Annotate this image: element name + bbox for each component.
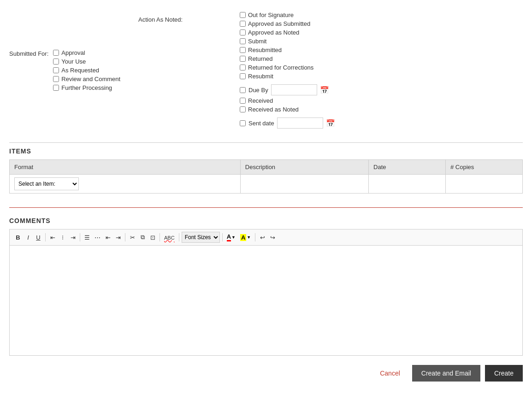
checkbox-approval-input[interactable] xyxy=(53,50,59,56)
checkbox-your-use-label: Your Use xyxy=(61,58,86,65)
due-by-label: Due By xyxy=(248,87,268,94)
format-select[interactable]: Select an Item: xyxy=(14,177,79,190)
rcb-received-label: Received xyxy=(248,97,273,104)
rcb-approved-submitted: Approved as Submitted xyxy=(240,20,523,27)
paste-icon: ⊡ xyxy=(150,234,155,241)
col-header-format: Format xyxy=(10,160,241,175)
checkbox-your-use: Your Use xyxy=(53,58,120,65)
cut-button[interactable]: ✂ xyxy=(128,233,137,242)
font-sizes-select[interactable]: Font Sizes xyxy=(182,232,220,243)
rcb-approved-submitted-input[interactable] xyxy=(240,21,246,27)
separator-1 xyxy=(45,233,46,241)
due-by-checkbox[interactable] xyxy=(240,87,246,93)
create-email-button[interactable]: Create and Email xyxy=(412,365,480,382)
numbered-list-button[interactable]: ⋯ xyxy=(93,233,102,242)
cut-icon: ✂ xyxy=(130,234,135,241)
create-button[interactable]: Create xyxy=(485,365,523,382)
sent-date-calendar-icon[interactable]: 📅 xyxy=(326,119,335,128)
separator-3 xyxy=(125,233,125,241)
rcb-received-input[interactable] xyxy=(240,98,246,104)
highlight-color-button[interactable]: A ▼ xyxy=(238,233,253,242)
font-color-arrow-icon: ▼ xyxy=(231,235,236,240)
rcb-received-noted: Received as Noted xyxy=(240,106,523,113)
checkbox-your-use-input[interactable] xyxy=(53,59,59,65)
copy-icon: ⧉ xyxy=(141,234,145,241)
rcb-returned-corrections-label: Returned for Corrections xyxy=(248,64,313,71)
spellcheck-button[interactable]: ABC xyxy=(162,233,177,242)
undo-button[interactable]: ↩ xyxy=(258,233,267,242)
separator-2 xyxy=(80,233,80,241)
separator-5 xyxy=(179,233,179,241)
comments-title: COMMENTS xyxy=(9,217,523,224)
align-left-button[interactable]: ⇤ xyxy=(48,233,57,242)
underline-icon: U xyxy=(36,234,40,241)
align-center-button[interactable]: ⁝ xyxy=(58,233,67,242)
rcb-returned-corrections-input[interactable] xyxy=(240,65,246,70)
checkbox-review-comment-input[interactable] xyxy=(53,76,59,82)
footer-row: Cancel Create and Email Create xyxy=(9,356,523,386)
date-cell xyxy=(369,175,446,194)
checkbox-review-comment: Review and Comment xyxy=(53,76,120,82)
rcb-returned-input[interactable] xyxy=(240,56,246,62)
description-cell xyxy=(240,175,368,194)
font-color-icon: A xyxy=(227,233,231,241)
checkbox-approval: Approval xyxy=(53,49,120,56)
format-cell: Select an Item: xyxy=(10,175,241,194)
checkbox-further-processing-input[interactable] xyxy=(53,85,59,91)
sent-date-row: Sent date 📅 xyxy=(240,117,523,129)
indent-decrease-icon: ⇤ xyxy=(106,234,111,241)
submitted-for-row: Submitted For: Approval Your Use As Requ… xyxy=(9,49,129,91)
spellcheck-icon: ABC xyxy=(164,235,175,241)
bullet-list-button[interactable]: ☰ xyxy=(83,233,92,242)
middle-divider xyxy=(9,207,523,208)
indent-increase-button[interactable]: ⇥ xyxy=(113,233,123,242)
italic-button[interactable]: I xyxy=(24,233,33,242)
align-right-button[interactable]: ⇥ xyxy=(68,233,77,242)
rcb-received-noted-input[interactable] xyxy=(240,106,246,112)
indent-increase-icon: ⇥ xyxy=(116,234,121,241)
rcb-resubmitted-label: Resubmitted xyxy=(248,47,282,53)
bold-button[interactable]: B xyxy=(13,233,23,242)
rcb-submit-input[interactable] xyxy=(240,38,246,44)
font-color-button[interactable]: A ▼ xyxy=(225,232,237,242)
underline-button[interactable]: U xyxy=(34,233,43,242)
due-by-input[interactable] xyxy=(271,84,317,95)
checkbox-as-requested-input[interactable] xyxy=(53,67,59,73)
cancel-button[interactable]: Cancel xyxy=(372,366,408,381)
redo-icon: ↪ xyxy=(270,234,275,241)
copy-button[interactable]: ⧉ xyxy=(138,233,147,242)
numbered-list-icon: ⋯ xyxy=(95,234,100,241)
checkbox-review-comment-label: Review and Comment xyxy=(61,76,120,82)
submitted-for-label: Submitted For: xyxy=(9,49,48,57)
comments-editor[interactable] xyxy=(9,245,523,356)
bold-icon: B xyxy=(16,234,20,241)
due-by-calendar-icon[interactable]: 📅 xyxy=(320,86,329,94)
action-noted-label: Action As Noted: xyxy=(138,16,183,23)
comments-section: COMMENTS B I U ⇤ ⁝ ⇥ ☰ ⋯ ⇤ ⇥ ✂ ⧉ ⊡ ABC F… xyxy=(9,217,523,356)
rcb-resubmit: Resubmit xyxy=(240,73,523,80)
rcb-resubmitted-input[interactable] xyxy=(240,47,246,53)
redo-button[interactable]: ↪ xyxy=(268,233,277,242)
separator-7 xyxy=(255,233,255,241)
rcb-resubmit-input[interactable] xyxy=(240,73,246,79)
top-section: Submitted For: Approval Your Use As Requ… xyxy=(9,5,523,138)
checkbox-further-processing-label: Further Processing xyxy=(61,84,112,91)
rcb-out-signature: Out for Signature xyxy=(240,12,523,18)
indent-decrease-button[interactable]: ⇤ xyxy=(103,233,112,242)
right-checkboxes-list: Out for Signature Approved as Submitted … xyxy=(240,12,523,129)
highlight-color-arrow-icon: ▼ xyxy=(247,235,251,240)
top-divider xyxy=(9,142,523,143)
rcb-approved-noted-input[interactable] xyxy=(240,29,246,35)
rcb-approved-noted: Approved as Noted xyxy=(240,29,523,36)
right-checkboxes-area: Out for Signature Approved as Submitted … xyxy=(221,9,523,129)
rcb-resubmit-label: Resubmit xyxy=(248,73,273,80)
sent-date-label: Sent date xyxy=(248,120,274,127)
rcb-out-signature-input[interactable] xyxy=(240,12,246,18)
copies-cell xyxy=(446,175,523,194)
table-row: Select an Item: xyxy=(10,175,523,194)
sent-date-checkbox[interactable] xyxy=(240,120,246,126)
items-title: ITEMS xyxy=(9,147,523,155)
sent-date-input[interactable] xyxy=(277,117,323,129)
paste-button[interactable]: ⊡ xyxy=(148,233,157,242)
align-right-icon: ⇥ xyxy=(71,234,76,241)
